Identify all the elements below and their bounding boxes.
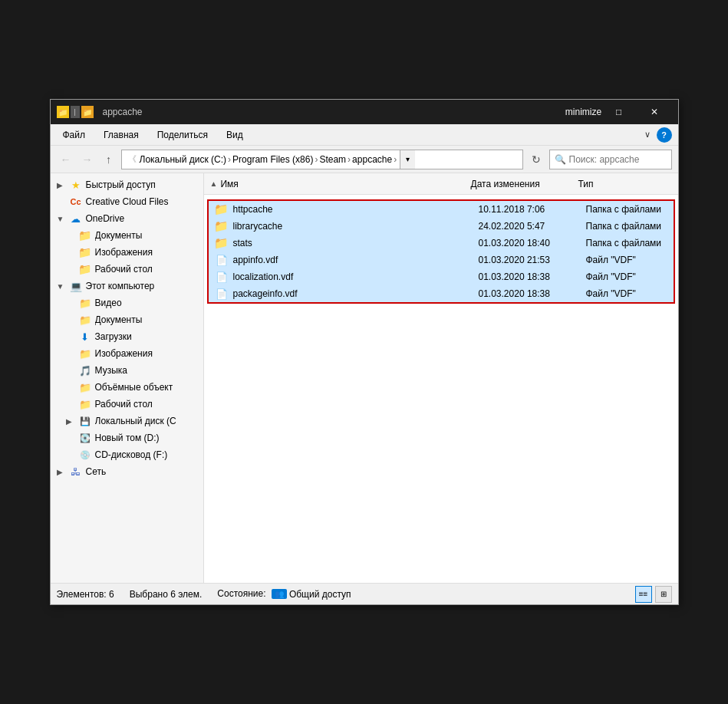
close-button[interactable]: ✕ (637, 100, 672, 124)
share-icon: 👥 (272, 589, 287, 599)
crumb-program-files[interactable]: Program Files (x86) (232, 154, 313, 165)
main-area: ▶ ★ Быстрый доступ Cc Creative Cloud Fil… (51, 173, 678, 583)
sidebar-label-drive-d: Новый том (D:) (95, 433, 160, 443)
folder-icon-images: 📁 (78, 246, 92, 258)
sort-arrow: ▲ (210, 179, 218, 188)
file-name-localization: localization.vdf (233, 271, 479, 282)
sidebar-item-drive-d[interactable]: 💽 Новый том (D:) (51, 429, 203, 446)
file-item-librarycache[interactable]: 📁 librarycache 24.02.2020 5:47 Папка с ф… (209, 218, 674, 235)
sidebar-item-downloads[interactable]: ⬇ Загрузки (51, 328, 203, 345)
titlebar: 📁 | 📁 appcache minimize □ ✕ (51, 100, 678, 124)
file-type-librarycache: Папка с файлами (586, 221, 678, 232)
file-name-stats: stats (233, 238, 479, 248)
titlebar-controls: minimize □ ✕ (566, 100, 672, 124)
file-item-stats[interactable]: 📁 stats 01.03.2020 18:40 Папка с файлами (209, 235, 674, 252)
crumb-local-disk[interactable]: Локальный диск (C:) (140, 154, 227, 165)
search-box[interactable]: 🔍 (549, 150, 672, 169)
breadcrumb-folder-icon: 《 (128, 153, 137, 165)
folder-icon-video: 📁 (78, 297, 92, 309)
crumb-sep-2: › (315, 154, 318, 165)
sidebar-item-local-disk[interactable]: ▶ 💾 Локальный диск (C (51, 413, 203, 429)
folder-icon-documents: 📁 (78, 314, 92, 326)
help-button[interactable]: ? (657, 127, 672, 143)
sidebar-item-docs-od[interactable]: 📁 Документы (51, 227, 203, 244)
view-grid-btn[interactable]: ⊞ (655, 586, 672, 603)
file-list: 📁 httpcache 10.11.2018 7:06 Папка с файл… (204, 195, 678, 583)
sidebar-item-desktop-od[interactable]: 📁 Рабочий стол (51, 261, 203, 278)
sidebar-label-desktop-od: Рабочий стол (95, 264, 153, 275)
search-icon: 🔍 (555, 154, 566, 165)
title-icon-2: 📁 (81, 106, 94, 118)
menu-file[interactable]: Файл (54, 127, 95, 143)
title-icon-1: 📁 (57, 106, 69, 118)
file-item-appinfo[interactable]: 📄 appinfo.vdf 01.03.2020 21:53 Файл "VDF… (209, 252, 674, 268)
explorer-window: 📁 | 📁 appcache minimize □ ✕ Файл Главная… (50, 99, 679, 605)
address-box[interactable]: 《 Локальный диск (C:) › Program Files (x… (121, 150, 523, 169)
breadcrumb: Локальный диск (C:) › Program Files (x86… (140, 154, 397, 165)
shared-access-badge: 👥 Общий доступ (272, 589, 351, 600)
crumb-steam[interactable]: Steam (319, 154, 346, 165)
onedrive-icon: ☁ (69, 212, 83, 225)
sidebar-item-3d-objects[interactable]: 📁 Объёмные объект (51, 379, 203, 396)
file-date-librarycache: 24.02.2020 5:47 (479, 221, 586, 232)
sidebar-item-drive-f[interactable]: 💿 CD-дисковод (F:) (51, 446, 203, 463)
column-headers: ▲ Имя Дата изменения Тип Размер (204, 173, 678, 195)
creative-cloud-icon: Cc (69, 196, 83, 208)
maximize-button[interactable]: □ (601, 100, 637, 124)
sidebar-item-images[interactable]: 📁 Изображения (51, 345, 203, 362)
minimize-button[interactable]: minimize (566, 100, 601, 124)
selection-border: 📁 httpcache 10.11.2018 7:06 Папка с файл… (207, 199, 675, 304)
view-list-btn[interactable]: ≡≡ (635, 586, 652, 603)
file-date-stats: 01.03.2020 18:40 (479, 238, 586, 248)
menu-home[interactable]: Главная (94, 127, 148, 143)
sidebar-item-video[interactable]: 📁 Видео (51, 294, 203, 311)
sidebar-item-documents[interactable]: 📁 Документы (51, 311, 203, 328)
window-title: appcache (100, 107, 566, 117)
sidebar-item-images-od[interactable]: 📁 Изображения (51, 244, 203, 261)
col-header-type[interactable]: Тип (578, 179, 678, 189)
sidebar-item-music[interactable]: 🎵 Музыка (51, 362, 203, 379)
sidebar: ▶ ★ Быстрый доступ Cc Creative Cloud Fil… (51, 173, 204, 583)
sidebar-label-images: Изображения (95, 348, 153, 359)
sidebar-item-desktop[interactable]: 📁 Рабочий стол (51, 396, 203, 413)
sidebar-label-documents: Документы (95, 314, 143, 325)
folder-icon-stats: 📁 (215, 237, 229, 249)
col-date-label: Дата изменения (471, 179, 540, 189)
col-header-date[interactable]: Дата изменения (471, 179, 578, 189)
crumb-sep-1: › (228, 154, 231, 165)
file-date-packageinfo: 01.03.2020 18:38 (479, 288, 586, 299)
sidebar-item-creative-cloud[interactable]: Cc Creative Cloud Files (51, 193, 203, 210)
back-button[interactable]: ← (57, 150, 75, 169)
col-type-label: Тип (578, 179, 594, 189)
view-buttons: ≡≡ ⊞ (635, 586, 672, 603)
crumb-sep-4: › (394, 154, 397, 165)
file-item-localization[interactable]: 📄 localization.vdf 01.03.2020 18:38 Файл… (209, 268, 674, 285)
file-icon-appinfo: 📄 (215, 254, 229, 266)
crumb-appcache[interactable]: appcache (352, 154, 392, 165)
folder-icon-desktop2: 📁 (78, 398, 92, 410)
sidebar-label-images-od: Изображения (95, 247, 153, 258)
file-item-packageinfo[interactable]: 📄 packageinfo.vdf 01.03.2020 18:38 Файл … (209, 285, 674, 302)
sidebar-label-this-pc: Этот компьютер (86, 281, 155, 291)
up-button[interactable]: ↑ (100, 150, 118, 169)
address-dropdown-btn[interactable]: ▾ (400, 150, 415, 169)
network-icon: 🖧 (69, 465, 83, 478)
sidebar-item-quick-access[interactable]: ▶ ★ Быстрый доступ (51, 176, 203, 193)
download-icon: ⬇ (78, 331, 92, 343)
music-icon: 🎵 (78, 364, 92, 377)
file-item-httpcache[interactable]: 📁 httpcache 10.11.2018 7:06 Папка с файл… (209, 201, 674, 218)
sidebar-item-this-pc[interactable]: ▼ 💻 Этот компьютер (51, 278, 203, 294)
refresh-button[interactable]: ↻ (526, 150, 546, 169)
menu-view[interactable]: Вид (217, 127, 252, 143)
sidebar-label-drive-f: CD-дисковод (F:) (95, 449, 168, 460)
forward-button[interactable]: → (78, 150, 97, 169)
menu-expand-btn[interactable]: ∨ (644, 130, 651, 140)
status-state: Состояние: 👥 Общий доступ (217, 588, 351, 600)
search-input[interactable] (569, 154, 684, 165)
sidebar-item-onedrive[interactable]: ▼ ☁ OneDrive (51, 210, 203, 227)
col-name-label: Имя (220, 179, 238, 189)
sidebar-item-network[interactable]: ▶ 🖧 Сеть (51, 463, 203, 480)
menu-expand-area: ∨ ? (644, 127, 675, 143)
col-header-name[interactable]: ▲ Имя (210, 179, 471, 189)
menu-share[interactable]: Поделиться (148, 127, 217, 143)
